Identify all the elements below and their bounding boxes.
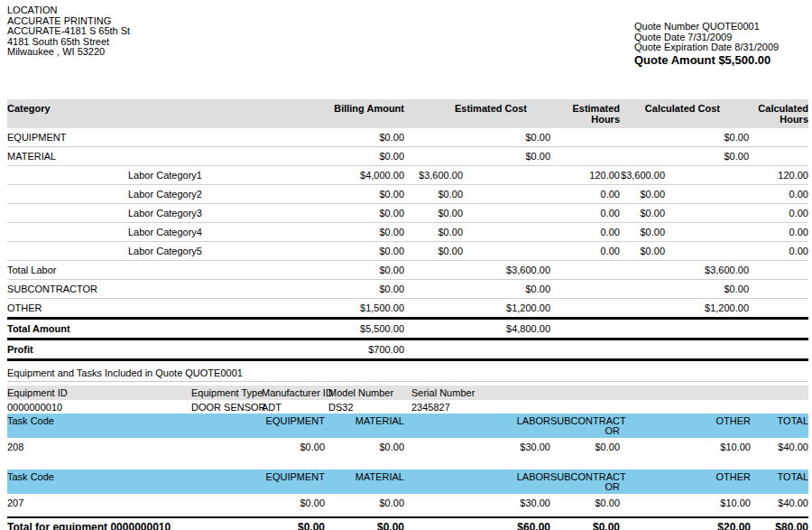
category-cell: Labor Category3: [7, 204, 271, 223]
summary-row-labor-category3: Labor Category3 $0.00 $0.00 0.00 $0.00 0…: [7, 204, 808, 223]
category-cell: Labor Category4: [7, 223, 271, 242]
estimated-cost-cell: $0.00: [404, 128, 620, 147]
category-cell: Total Labor: [7, 261, 271, 280]
estimated-cost-cell: $0.00: [404, 242, 508, 261]
quote-info-block: Quote Number QUOTE0001 Quote Date 7/31/2…: [634, 22, 779, 65]
total-material-cell: $0.00: [325, 517, 404, 530]
equipment-total-table: Total for equipment 0000000010 $0.00 $0.…: [7, 516, 808, 530]
calculated-cost-cell: $3,600.00: [620, 261, 808, 280]
estimated-cost-cell: $3,600.00: [404, 166, 508, 185]
calculated-cost-cell: $0.00: [620, 128, 808, 147]
manufacturer-id-header: Manufacturer ID: [262, 386, 328, 400]
task-equipment-header: EQUIPMENT: [188, 470, 325, 494]
calculated-hours-cell: 0.00: [720, 204, 808, 223]
task-labor-cell: $30.00: [404, 438, 550, 456]
billing-amount-cell: $1,500.00: [271, 299, 404, 319]
task-other-header: OTHER: [620, 470, 751, 494]
category-cell: Profit: [7, 339, 271, 360]
category-cell: Labor Category2: [7, 185, 271, 204]
billing-amount-cell: $0.00: [271, 280, 404, 299]
task-table-1: Task Code EQUIPMENT MATERIAL LABOR SUBCO…: [7, 414, 808, 456]
empty-cell: [620, 319, 808, 339]
category-cell: Labor Category5: [7, 242, 271, 261]
task-subcontractor-cell: $0.00: [550, 438, 620, 456]
calculated-cost-cell: $0.00: [620, 185, 720, 204]
col-calculated-cost-header: Calculated Cost: [620, 99, 720, 128]
task-code-cell: 207: [7, 494, 188, 512]
summary-row-subcontractor: SUBCONTRACTOR $0.00 $0.00 $0.00: [7, 280, 808, 299]
equipment-total-row: Total for equipment 0000000010 $0.00 $0.…: [7, 517, 808, 530]
serial-number-header: Serial Number: [411, 386, 808, 400]
billing-amount-cell: $0.00: [271, 185, 404, 204]
total-equipment-cell: $0.00: [188, 517, 325, 530]
calculated-hours-cell: 0.00: [720, 242, 808, 261]
summary-row-labor-category4: Labor Category4 $0.00 $0.00 0.00 $0.00 0…: [7, 223, 808, 242]
equipment-id-cell: 0000000010: [7, 400, 191, 414]
estimated-cost-cell: $3,600.00: [404, 261, 620, 280]
equipment-type-cell: DOOR SENSOR: [191, 400, 262, 414]
equipment-row: 0000000010 DOOR SENSOR ADT DS32 2345827: [7, 400, 808, 414]
task-material-header: MATERIAL: [325, 470, 404, 494]
task-other-header: OTHER: [620, 414, 751, 438]
empty-cell: [404, 339, 808, 360]
task-code-header: Task Code: [7, 414, 188, 438]
location-site: ACCURATE-4181 S 65th St: [7, 26, 130, 37]
calculated-hours-cell: 120.00: [720, 166, 808, 185]
location-city: Milwaukee , WI 53220: [7, 47, 130, 58]
category-cell: Total Amount: [7, 319, 271, 339]
billing-amount-cell: $700.00: [271, 339, 404, 360]
task-code-cell: 208: [7, 438, 188, 456]
calculated-cost-cell: $0.00: [620, 242, 720, 261]
equipment-id-header: Equipment ID: [7, 386, 191, 400]
model-number-header: Model Number: [328, 386, 411, 400]
summary-row-labor-category1: Labor Category1 $4,000.00 $3,600.00 120.…: [7, 166, 808, 185]
equipment-section-title: Equipment and Tasks Included in Quote QU…: [7, 366, 808, 382]
report-header: LOCATION ACCURATE PRINTING ACCURATE-4181…: [7, 5, 808, 99]
summary-row-labor-category5: Labor Category5 $0.00 $0.00 0.00 $0.00 0…: [7, 242, 808, 261]
task-total-cell: $40.00: [751, 438, 808, 456]
total-labor-cell: $60.00: [404, 517, 550, 530]
estimated-hours-cell: 120.00: [508, 166, 620, 185]
calculated-cost-cell: $0.00: [620, 280, 808, 299]
task-equipment-cell: $0.00: [188, 438, 325, 456]
quote-report-page: LOCATION ACCURATE PRINTING ACCURATE-4181…: [0, 0, 812, 530]
calculated-cost-cell: $0.00: [620, 223, 720, 242]
task-row: 208 $0.00 $0.00 $30.00 $0.00 $10.00 $40.…: [7, 438, 808, 456]
billing-amount-cell: $5,500.00: [271, 319, 404, 339]
task-header-row: Task Code EQUIPMENT MATERIAL LABOR SUBCO…: [7, 414, 808, 438]
equipment-type-header: Equipment Type: [191, 386, 262, 400]
task-row: 207 $0.00 $0.00 $30.00 $0.00 $10.00 $40.…: [7, 494, 808, 512]
estimated-cost-header-text: Estimated Cost: [455, 103, 527, 114]
serial-number-cell: 2345827: [411, 400, 808, 414]
task-other-cell: $10.00: [620, 494, 751, 512]
estimated-cost-cell: $1,200.00: [404, 299, 620, 319]
estimated-cost-cell: $0.00: [404, 204, 508, 223]
task-code-header: Task Code: [7, 470, 188, 494]
quote-number: Quote Number QUOTE0001: [634, 22, 779, 33]
summary-row-total-amount: Total Amount $5,500.00 $4,800.00: [7, 319, 808, 339]
billing-amount-cell: $0.00: [271, 223, 404, 242]
calculated-cost-cell: $3,600.00: [620, 166, 720, 185]
summary-header-row: Category Billing Amount Estimated Cost E…: [7, 99, 808, 128]
task-header-row: Task Code EQUIPMENT MATERIAL LABOR SUBCO…: [7, 470, 808, 494]
total-subcontractor-cell: $0.00: [550, 517, 620, 530]
category-cell: SUBCONTRACTOR: [7, 280, 271, 299]
task-total-header: TOTAL: [751, 414, 808, 438]
summary-table: Category Billing Amount Estimated Cost E…: [7, 99, 808, 361]
estimated-cost-cell: $0.00: [404, 147, 620, 166]
billing-amount-cell: $0.00: [271, 128, 404, 147]
total-other-cell: $20.00: [620, 517, 751, 530]
task-material-header: MATERIAL: [325, 414, 404, 438]
location-block: LOCATION ACCURATE PRINTING ACCURATE-4181…: [7, 5, 130, 58]
task-total-header: TOTAL: [751, 470, 808, 494]
estimated-hours-cell: 0.00: [508, 242, 620, 261]
calculated-cost-cell: $0.00: [620, 204, 720, 223]
task-labor-header: LABOR: [404, 470, 550, 494]
col-calculated-hours-header: Calculated Hours: [720, 99, 808, 128]
col-billing-amount-header: Billing Amount: [271, 99, 404, 128]
billing-amount-cell: $4,000.00: [271, 166, 404, 185]
billing-amount-cell: $0.00: [271, 261, 404, 280]
summary-row-profit: Profit $700.00: [7, 339, 808, 360]
quote-expiration-date: Quote Expiration Date 8/31/2009: [634, 42, 779, 53]
category-cell: EQUIPMENT: [7, 128, 271, 147]
